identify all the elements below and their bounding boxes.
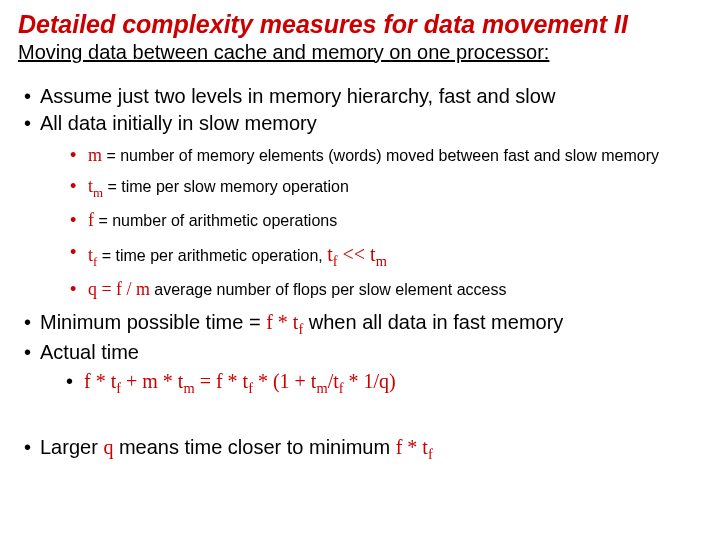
def-f-text: = number of arithmetic operations bbox=[94, 212, 337, 229]
min-time-eq: f * tf bbox=[266, 311, 303, 333]
def-q-text: average number of flops per slow element… bbox=[150, 281, 507, 298]
def-tf-text: = time per arithmetic operation, bbox=[97, 247, 327, 264]
min-time-post: when all data in fast memory bbox=[303, 311, 563, 333]
bullet-actual-time: Actual time f * tf + m * tm = f * tf * (… bbox=[18, 340, 702, 397]
ineq-op: << bbox=[338, 243, 371, 265]
ineq-tm: tm bbox=[370, 243, 387, 265]
var-m: m bbox=[88, 145, 102, 165]
sub-bullet-list: m = number of memory elements (words) mo… bbox=[66, 144, 702, 302]
def-tm: tm = time per slow memory operation bbox=[66, 175, 702, 201]
slide-title: Detailed complexity measures for data mo… bbox=[18, 10, 702, 39]
larger-q-pre: Larger bbox=[40, 436, 103, 458]
bullet-assumption-2: All data initially in slow memory m = nu… bbox=[18, 111, 702, 302]
actual-time-eq-list: f * tf + m * tm = f * tf * (1 + tm/tf * … bbox=[62, 369, 702, 397]
var-tf: tf bbox=[88, 245, 97, 265]
min-time-pre: Minimum possible time = bbox=[40, 311, 266, 333]
bullet-list: Assume just two levels in memory hierarc… bbox=[18, 84, 702, 397]
larger-q-mid: means time closer to minimum bbox=[113, 436, 395, 458]
bullet-larger-q: Larger q means time closer to minimum f … bbox=[18, 435, 702, 463]
min-eq: f * tf bbox=[396, 436, 433, 458]
var-tm: tm bbox=[88, 176, 103, 196]
slide-subtitle: Moving data between cache and memory on … bbox=[18, 41, 702, 64]
def-tf: tf = time per arithmetic operation, tf <… bbox=[66, 241, 702, 271]
bullet-list-2: Larger q means time closer to minimum f … bbox=[18, 435, 702, 463]
bullet-text: All data initially in slow memory bbox=[40, 112, 317, 134]
bullet-min-time: Minimum possible time = f * tf when all … bbox=[18, 310, 702, 338]
def-tm-text: = time per slow memory operation bbox=[103, 178, 349, 195]
var-q: q bbox=[103, 436, 113, 458]
bullet-assumption-1: Assume just two levels in memory hierarc… bbox=[18, 84, 702, 109]
actual-time-label: Actual time bbox=[40, 341, 139, 363]
def-f: f = number of arithmetic operations bbox=[66, 209, 702, 232]
def-m: m = number of memory elements (words) mo… bbox=[66, 144, 702, 167]
var-q-eq: q = f / m bbox=[88, 279, 150, 299]
def-m-text: = number of memory elements (words) move… bbox=[102, 147, 659, 164]
ineq-tf: tf bbox=[327, 243, 337, 265]
def-q: q = f / m average number of flops per sl… bbox=[66, 278, 702, 301]
actual-time-eq: f * tf + m * tm = f * tf * (1 + tm/tf * … bbox=[62, 369, 702, 397]
eq-part: f * tf + m * tm = f * tf * (1 + tm/tf * … bbox=[84, 370, 396, 392]
